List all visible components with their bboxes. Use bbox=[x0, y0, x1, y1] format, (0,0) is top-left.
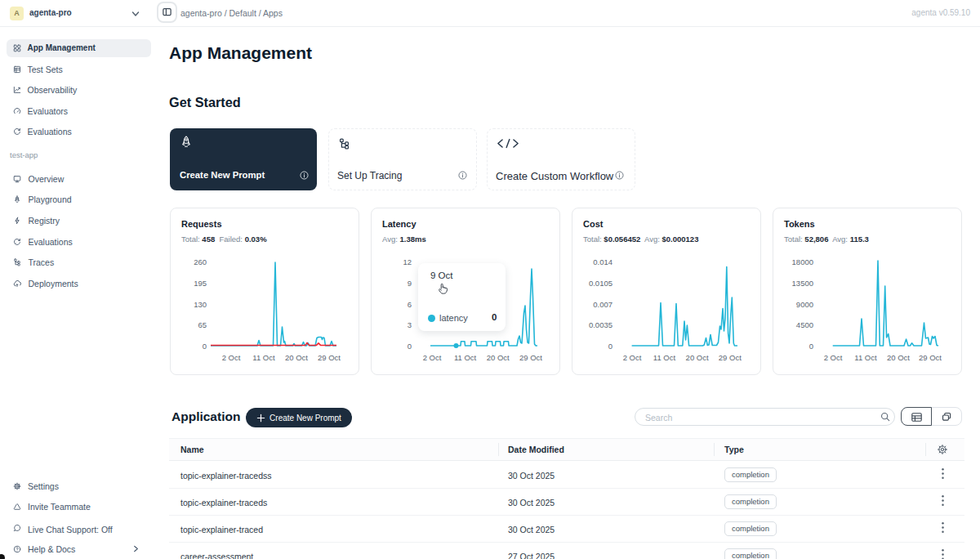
svg-text:11 Oct: 11 Oct bbox=[454, 353, 477, 362]
svg-text:20 Oct: 20 Oct bbox=[887, 353, 910, 362]
svg-text:2 Oct: 2 Oct bbox=[623, 353, 642, 362]
svg-text:29 Oct: 29 Oct bbox=[919, 353, 942, 362]
svg-text:11 Oct: 11 Oct bbox=[653, 353, 676, 362]
svg-text:0: 0 bbox=[408, 342, 412, 351]
svg-text:4500: 4500 bbox=[796, 320, 813, 329]
svg-text:20 Oct: 20 Oct bbox=[285, 353, 308, 362]
svg-text:260: 260 bbox=[194, 257, 207, 266]
svg-text:0.0035: 0.0035 bbox=[589, 320, 612, 329]
svg-text:0.014: 0.014 bbox=[593, 257, 612, 266]
svg-text:130: 130 bbox=[194, 300, 207, 309]
svg-text:65: 65 bbox=[198, 320, 207, 329]
svg-text:29 Oct: 29 Oct bbox=[719, 353, 742, 362]
svg-text:2 Oct: 2 Oct bbox=[222, 353, 241, 362]
svg-text:29 Oct: 29 Oct bbox=[318, 353, 341, 362]
svg-text:2 Oct: 2 Oct bbox=[423, 353, 442, 362]
svg-text:3: 3 bbox=[408, 320, 412, 329]
svg-text:2 Oct: 2 Oct bbox=[824, 353, 843, 362]
svg-text:0: 0 bbox=[608, 342, 612, 351]
svg-text:18000: 18000 bbox=[792, 257, 813, 266]
svg-text:11 Oct: 11 Oct bbox=[252, 353, 275, 362]
svg-text:20 Oct: 20 Oct bbox=[487, 353, 510, 362]
svg-text:6: 6 bbox=[408, 300, 412, 309]
svg-text:13500: 13500 bbox=[792, 279, 813, 288]
svg-text:9000: 9000 bbox=[796, 300, 813, 309]
svg-text:11 Oct: 11 Oct bbox=[854, 353, 877, 362]
svg-text:9: 9 bbox=[408, 279, 412, 288]
svg-text:195: 195 bbox=[194, 279, 207, 288]
svg-text:0: 0 bbox=[203, 342, 207, 351]
svg-text:29 Oct: 29 Oct bbox=[519, 353, 542, 362]
svg-text:0: 0 bbox=[809, 342, 813, 351]
svg-text:12: 12 bbox=[403, 257, 412, 266]
svg-text:0.007: 0.007 bbox=[593, 300, 612, 309]
svg-text:20 Oct: 20 Oct bbox=[686, 353, 709, 362]
svg-text:0.0105: 0.0105 bbox=[589, 279, 612, 288]
